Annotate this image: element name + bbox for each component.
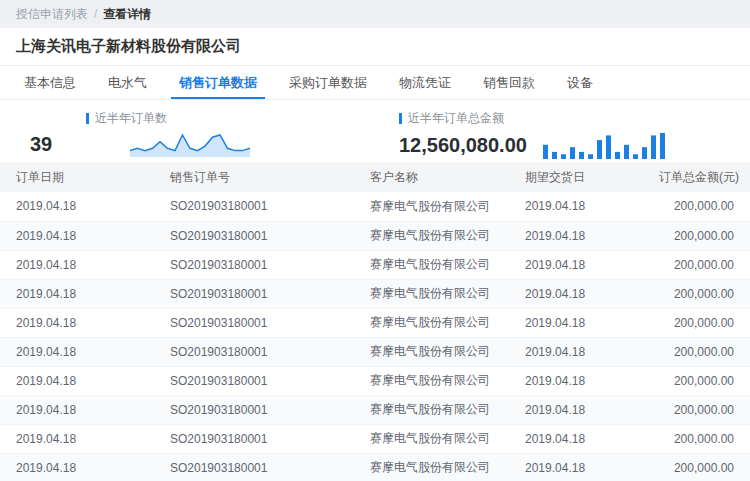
table-row[interactable]: 2019.04.18SO201903180001赛摩电气股份有限公司2019.0… [0,308,750,337]
table-cell: 200,000.00 [659,221,750,250]
table-cell: 200,000.00 [659,366,750,395]
table-cell: SO201903180001 [154,424,354,453]
accent-tick-icon [86,113,89,124]
breadcrumb: 授信申请列表 / 查看详情 [0,0,750,28]
breadcrumb-parent[interactable]: 授信申请列表 [16,6,88,23]
accent-tick-icon [399,113,402,124]
table-cell: SO201903180001 [154,395,354,424]
table-row[interactable]: 2019.04.18SO201903180001赛摩电气股份有限公司2019.0… [0,424,750,453]
breadcrumb-current: 查看详情 [103,6,151,23]
table-row[interactable]: 2019.04.18SO201903180001赛摩电气股份有限公司2019.0… [0,395,750,424]
table-row[interactable]: 2019.04.18SO201903180001赛摩电气股份有限公司2019.0… [0,453,750,481]
tabs: 基本信息电水气销售订单数据采购订单数据物流凭证销售回款设备 [0,66,750,100]
stat-order-amount: 近半年订单总金额 12,560,080.00 [375,108,750,156]
column-header: 期望交货日 [509,162,659,192]
table-cell: 200,000.00 [659,337,750,366]
amount-bar-chart [543,131,669,159]
table-cell: 200,000.00 [659,279,750,308]
table-cell: 2019.04.18 [0,279,154,308]
table-cell: SO201903180001 [154,337,354,366]
table-cell: 2019.04.18 [509,308,659,337]
table-cell: 2019.04.18 [509,279,659,308]
column-header: 订单总金额(元) [659,162,750,192]
table-cell: SO201903180001 [154,221,354,250]
stat-order-count: 近半年订单数 39 [0,108,375,156]
column-header: 订单日期 [0,162,154,192]
table-cell: 赛摩电气股份有限公司 [354,453,509,481]
table-cell: 2019.04.18 [0,366,154,395]
table-cell: 200,000.00 [659,250,750,279]
table-cell: 2019.04.18 [0,395,154,424]
table-cell: SO201903180001 [154,192,354,221]
column-header: 销售订单号 [154,162,354,192]
tab-purchase-orders[interactable]: 采购订单数据 [273,66,383,99]
stat-order-count-label-row: 近半年订单数 [86,110,375,127]
tab-logistics[interactable]: 物流凭证 [383,66,467,99]
company-header: 上海关讯电子新材料股份有限公司 [0,28,750,66]
table-cell: 2019.04.18 [0,337,154,366]
table-cell: 2019.04.18 [509,337,659,366]
tab-sales-orders[interactable]: 销售订单数据 [163,66,273,99]
column-header: 客户名称 [354,162,509,192]
table-cell: SO201903180001 [154,366,354,395]
table-cell: 2019.04.18 [509,192,659,221]
stat-order-amount-value: 12,560,080.00 [399,134,527,157]
table-cell: 2019.04.18 [0,192,154,221]
table-cell: 赛摩电气股份有限公司 [354,279,509,308]
table-row[interactable]: 2019.04.18SO201903180001赛摩电气股份有限公司2019.0… [0,337,750,366]
order-table-header-row: 订单日期销售订单号客户名称期望交货日订单总金额(元) [0,162,750,192]
table-cell: 2019.04.18 [0,221,154,250]
table-row[interactable]: 2019.04.18SO201903180001赛摩电气股份有限公司2019.0… [0,366,750,395]
table-cell: SO201903180001 [154,308,354,337]
tab-equipment[interactable]: 设备 [551,66,609,99]
stat-order-amount-label-row: 近半年订单总金额 [399,110,750,127]
table-cell: 2019.04.18 [509,250,659,279]
table-row[interactable]: 2019.04.18SO201903180001赛摩电气股份有限公司2019.0… [0,250,750,279]
stat-order-amount-label: 近半年订单总金额 [408,110,504,127]
table-cell: SO201903180001 [154,453,354,481]
order-table: 订单日期销售订单号客户名称期望交货日订单总金额(元) 2019.04.18SO2… [0,162,750,481]
table-cell: 赛摩电气股份有限公司 [354,250,509,279]
table-cell: 2019.04.18 [0,250,154,279]
order-table-body: 2019.04.18SO201903180001赛摩电气股份有限公司2019.0… [0,192,750,481]
table-cell: 赛摩电气股份有限公司 [354,192,509,221]
table-cell: 200,000.00 [659,395,750,424]
table-cell: SO201903180001 [154,250,354,279]
table-cell: 赛摩电气股份有限公司 [354,395,509,424]
company-name: 上海关讯电子新材料股份有限公司 [16,37,241,56]
table-cell: 赛摩电气股份有限公司 [354,308,509,337]
stat-order-count-value: 39 [30,133,52,156]
table-row[interactable]: 2019.04.18SO201903180001赛摩电气股份有限公司2019.0… [0,192,750,221]
table-cell: 2019.04.18 [509,221,659,250]
table-cell: 2019.04.18 [509,453,659,481]
tab-utilities[interactable]: 电水气 [92,66,163,99]
table-row[interactable]: 2019.04.18SO201903180001赛摩电气股份有限公司2019.0… [0,279,750,308]
breadcrumb-separator: / [94,7,97,21]
table-cell: 200,000.00 [659,308,750,337]
table-cell: 赛摩电气股份有限公司 [354,337,509,366]
orders-sparkline-chart [130,131,250,157]
tab-sales-collection[interactable]: 销售回款 [467,66,551,99]
table-cell: 200,000.00 [659,453,750,481]
table-cell: 2019.04.18 [509,424,659,453]
table-cell: 2019.04.18 [0,308,154,337]
table-cell: 200,000.00 [659,192,750,221]
tab-basic-info[interactable]: 基本信息 [8,66,92,99]
stats-section: 近半年订单数 39 近半年订单总金额 12,560,080.00 [0,100,750,162]
stat-order-count-label: 近半年订单数 [95,110,167,127]
table-cell: 2019.04.18 [509,395,659,424]
table-cell: 赛摩电气股份有限公司 [354,221,509,250]
table-cell: 2019.04.18 [0,453,154,481]
table-cell: 2019.04.18 [0,424,154,453]
table-cell: 200,000.00 [659,424,750,453]
table-cell: 2019.04.18 [509,366,659,395]
table-cell: 赛摩电气股份有限公司 [354,366,509,395]
table-row[interactable]: 2019.04.18SO201903180001赛摩电气股份有限公司2019.0… [0,221,750,250]
table-cell: 赛摩电气股份有限公司 [354,424,509,453]
table-cell: SO201903180001 [154,279,354,308]
